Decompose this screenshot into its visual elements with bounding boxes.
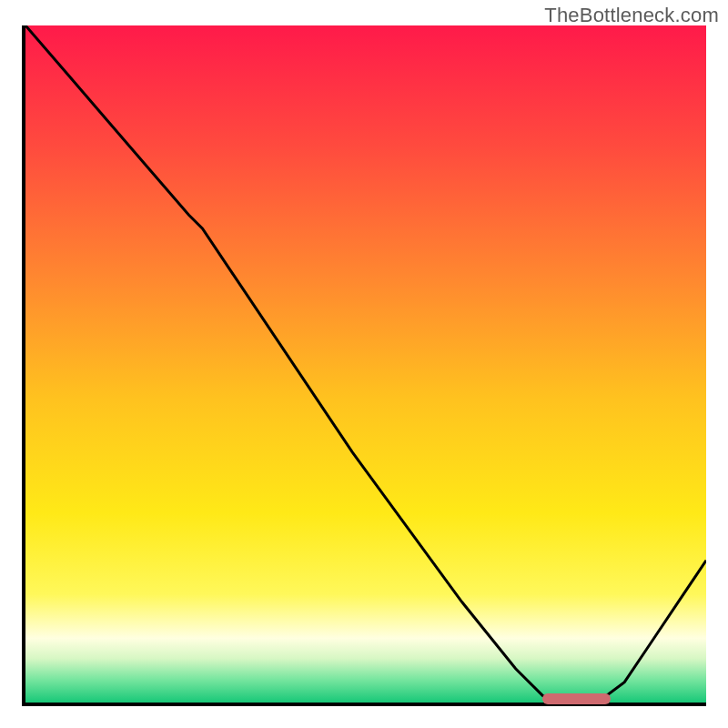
chart-container: TheBottleneck.com bbox=[0, 0, 728, 728]
optimal-range-marker bbox=[542, 693, 611, 704]
watermark-text: TheBottleneck.com bbox=[544, 4, 719, 27]
plot-area bbox=[25, 25, 706, 703]
plot-frame bbox=[22, 25, 706, 706]
bottleneck-curve bbox=[25, 25, 706, 703]
curve-layer bbox=[25, 25, 706, 703]
